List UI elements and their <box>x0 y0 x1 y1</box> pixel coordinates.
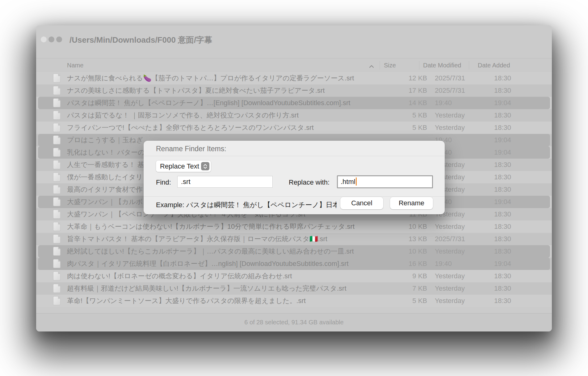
document-icon <box>53 111 61 120</box>
cancel-button[interactable]: Cancel <box>340 197 383 209</box>
file-date-modified: 2025/7/31 <box>435 233 492 245</box>
file-date-added: 18:30 <box>494 84 534 97</box>
file-row[interactable]: 革命!【ワンパンミートソース】大盛りで作るパスタの限界を超えました。.srt 5… <box>36 295 552 307</box>
document-icon <box>53 135 61 144</box>
file-date-modified: 19:40 <box>435 258 492 270</box>
column-header-size[interactable]: Size <box>384 58 396 72</box>
file-name: 肉パスタ｜イタリア伝統料理【白ボロネーゼ】…nglish] [DownloadY… <box>67 258 379 270</box>
file-name: パスタは茹でるな！ ｜固形コンソメで作る、絶対役立つパスタの作り方.srt <box>67 109 379 122</box>
file-size: 5 KB <box>379 109 427 122</box>
file-name: 革命!【ワンパンミートソース】大盛りで作るパスタの限界を超えました。.srt <box>67 295 379 307</box>
document-icon <box>53 185 61 194</box>
document-icon <box>53 123 61 132</box>
example-preview-text: Example: パスタは瞬間芸！ 焦がし【ペペロンチーノ】日本. <box>156 201 337 209</box>
document-icon <box>53 271 61 280</box>
divider <box>144 156 445 156</box>
file-size: 5 KB <box>379 122 427 134</box>
rename-button[interactable]: Rename <box>390 197 433 209</box>
file-row[interactable]: 超有料級｜邪道だけど結局美味しい!【カルボナーラ】一流ソムリエも唸った完璧パスタ… <box>36 282 552 295</box>
file-date-added: 18:30 <box>494 220 534 233</box>
status-text: 6 of 28 selected, 91.34 GB available <box>244 319 343 326</box>
file-row[interactable]: パスタは茹でるな！ ｜固形コンソメで作る、絶対役立つパスタの作り方.srt 5 … <box>36 109 552 122</box>
file-row[interactable]: フライパン一つで!【ぺぺたま】全卵で作るとろとろソースのワンパンパスタ.srt … <box>36 122 552 134</box>
file-name: パスタは瞬間芸！ 焦がし【ペペロンチーノ】…[English] [Downloa… <box>67 97 379 109</box>
file-name: 絶対試してほしい!【たらこカルボナーラ】｜…パスタの最高に美味しい組み合わせの一… <box>67 245 379 258</box>
sort-ascending-icon <box>369 64 374 69</box>
find-input-value: .srt <box>181 178 191 186</box>
file-date-added: 18:30 <box>494 159 534 171</box>
dialog-title: Rename Finder Items: <box>156 145 226 153</box>
column-header-date-added[interactable]: Date Added <box>478 58 510 72</box>
file-name: 超有料級｜邪道だけど結局美味しい!【カルボナーラ】一流ソムリエも唸った完璧パスタ… <box>67 282 379 295</box>
file-date-added: 18:30 <box>494 183 534 196</box>
document-icon <box>53 234 61 243</box>
rename-mode-selected: Replace Text <box>160 162 199 170</box>
file-date-added: 18:30 <box>494 109 534 122</box>
find-label: Find: <box>156 178 171 186</box>
window-title: /Users/Min/Downloads/F000 意面/字幕 <box>69 35 212 45</box>
document-icon <box>53 197 61 206</box>
replace-with-input[interactable]: .html <box>337 175 433 188</box>
file-date-added: 19:04 <box>494 134 534 146</box>
file-date-modified: Yesterday <box>435 245 492 258</box>
file-row[interactable]: 肉パスタ｜イタリア伝統料理【白ボロネーゼ】…nglish] [DownloadY… <box>36 258 552 270</box>
file-size: 13 KB <box>379 233 427 245</box>
file-size: 9 KB <box>379 270 427 282</box>
file-row[interactable]: ナスが無限に食べられる🍆【茄子のトマトパ…】プロが作るイタリアの定番ラグーソース… <box>36 72 552 84</box>
file-date-modified: 2025/7/31 <box>435 72 492 84</box>
document-icon <box>53 296 61 305</box>
file-name: 旨辛トマトパスタ！ 基本の【アラビアータ】永久保存版｜ローマの伝統パスタ🇮🇹.s… <box>67 233 379 245</box>
file-date-modified: 19:40 <box>435 97 492 109</box>
column-divider[interactable] <box>419 61 419 70</box>
file-row[interactable]: 絶対試してほしい!【たらこカルボナーラ】｜…パスタの最高に美味しい組み合わせの一… <box>36 245 552 258</box>
file-size: 17 KB <box>379 84 427 97</box>
file-date-added: 19:04 <box>494 196 534 208</box>
close-window-button[interactable] <box>41 36 47 42</box>
file-row[interactable]: 旨辛トマトパスタ！ 基本の【アラビアータ】永久保存版｜ローマの伝統パスタ🇮🇹.s… <box>36 233 552 245</box>
file-date-added: 19:04 <box>494 258 534 270</box>
file-date-added: 18:30 <box>494 270 534 282</box>
file-date-added: 18:30 <box>494 72 534 84</box>
replace-with-label: Replace with: <box>289 178 330 186</box>
file-size: 14 KB <box>379 97 427 109</box>
file-name: フライパン一つで!【ぺぺたま】全卵で作るとろとろソースのワンパンパスタ.srt <box>67 122 379 134</box>
file-row[interactable]: 大革命｜もうベーコンは使わない!【カルボナーラ】10分で簡単に作れる即席パンチェ… <box>36 220 552 233</box>
file-date-added: 18:30 <box>494 171 534 183</box>
rename-mode-dropdown[interactable]: Replace Text <box>156 160 211 172</box>
file-name: ナスが無限に食べられる🍆【茄子のトマトパ…】プロが作るイタリアの定番ラグーソース… <box>67 72 379 84</box>
file-name: 大革命｜もうベーコンは使わない!【カルボナーラ】10分で簡単に作れる即席パンチェ… <box>67 220 379 233</box>
document-icon <box>53 259 61 268</box>
zoom-window-button[interactable] <box>56 36 62 42</box>
column-divider[interactable] <box>469 61 469 70</box>
file-date-added: 19:04 <box>494 97 534 109</box>
rename-finder-items-dialog: Rename Finder Items: Replace Text Find: … <box>144 141 445 214</box>
file-date-modified: Yesterday <box>435 295 492 307</box>
file-size: 12 KB <box>379 72 427 84</box>
column-divider[interactable] <box>380 61 380 70</box>
column-header-row: Name Size Date Modified Date Added <box>36 58 552 72</box>
document-icon <box>53 247 61 256</box>
column-header-name[interactable]: Name <box>67 58 83 72</box>
file-date-added: 18:30 <box>494 122 534 134</box>
document-icon <box>53 74 61 83</box>
file-size: 16 KB <box>379 258 427 270</box>
file-date-added: 19:04 <box>494 146 534 159</box>
document-icon <box>53 173 61 182</box>
file-date-added: 18:30 <box>494 295 534 307</box>
file-name: ナスの美味しさに感動する【トマトパスタ】夏に絶対食べたい茄子アラビアータ.srt <box>67 84 379 97</box>
file-date-modified: Yesterday <box>435 109 492 122</box>
file-size: 10 KB <box>379 220 427 233</box>
file-row[interactable]: 肉は使わない!【ボロネーゼの概念変わる】イタリア伝統の組み合わせ.srt 9 K… <box>36 270 552 282</box>
column-header-date-modified[interactable]: Date Modified <box>423 58 461 72</box>
minimize-window-button[interactable] <box>48 36 54 42</box>
document-icon <box>53 148 61 157</box>
document-icon <box>53 86 61 95</box>
file-size: 7 KB <box>379 282 427 295</box>
replace-with-input-value: .html <box>341 178 355 186</box>
file-date-modified: Yesterday <box>435 282 492 295</box>
file-row[interactable]: パスタは瞬間芸！ 焦がし【ペペロンチーノ】…[English] [Downloa… <box>36 97 552 109</box>
document-icon <box>53 222 61 231</box>
file-row[interactable]: ナスの美味しさに感動する【トマトパスタ】夏に絶対食べたい茄子アラビアータ.srt… <box>36 84 552 97</box>
find-input[interactable]: .srt <box>177 176 273 188</box>
file-date-modified: Yesterday <box>435 122 492 134</box>
